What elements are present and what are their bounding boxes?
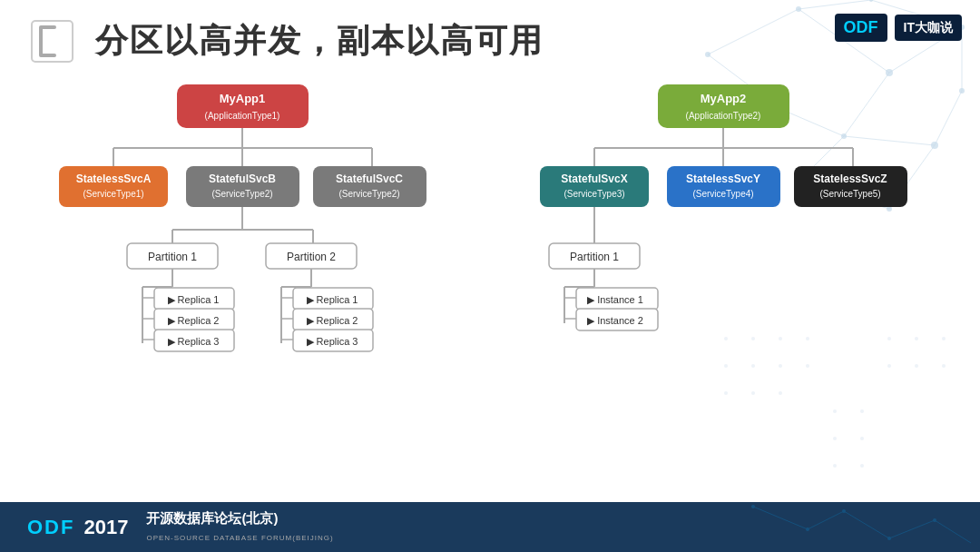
footer-text-block: 开源数据库论坛(北京) OPEN-SOURCE DATABASE FORUM(B… xyxy=(146,510,333,544)
header: 分区以高并发，副本以高可用 ODF IT大咖说 xyxy=(0,0,980,75)
left-diagram: MyApp1 (ApplicationType1) StatelessSvcA … xyxy=(27,80,472,416)
svg-text:(ServiceType1): (ServiceType1) xyxy=(83,189,143,199)
svg-text:Partition 2: Partition 2 xyxy=(287,251,336,263)
svg-text:MyApp1: MyApp1 xyxy=(220,92,266,105)
svg-line-127 xyxy=(753,507,808,529)
right-diagram-svg: MyApp2 (ApplicationType2) StatefulSvcX (… xyxy=(522,80,939,416)
footer-bg-svg xyxy=(662,502,980,552)
svg-text:(ApplicationType1): (ApplicationType1) xyxy=(205,111,280,121)
footer-subtitle: OPEN-SOURCE DATABASE FORUM(BEIJING) xyxy=(146,534,333,542)
svg-point-133 xyxy=(806,527,809,531)
footer-logo: ODF 2017 开源数据库论坛(北京) OPEN-SOURCE DATABAS… xyxy=(27,510,334,544)
svg-text:(ServiceType4): (ServiceType4) xyxy=(692,189,753,199)
main-content: MyApp1 (ApplicationType1) StatelessSvcA … xyxy=(0,75,980,416)
svg-text:▶ Replica 1: ▶ Replica 1 xyxy=(168,294,220,305)
svg-text:(ApplicationType2): (ApplicationType2) xyxy=(686,111,761,121)
svg-point-135 xyxy=(887,537,891,540)
svg-text:Partition 1: Partition 1 xyxy=(148,251,197,263)
svg-text:(ServiceType3): (ServiceType3) xyxy=(564,189,624,199)
svg-point-45 xyxy=(860,437,864,440)
svg-point-44 xyxy=(833,437,837,440)
footer-title: 开源数据库论坛(北京) xyxy=(146,510,278,526)
svg-text:▶ Instance 1: ▶ Instance 1 xyxy=(587,294,643,305)
svg-text:▶ Replica 3: ▶ Replica 3 xyxy=(168,336,220,347)
svg-line-131 xyxy=(935,520,971,543)
svg-text:(ServiceType5): (ServiceType5) xyxy=(819,189,880,199)
svg-point-46 xyxy=(833,464,837,468)
svg-point-136 xyxy=(933,518,936,522)
svg-text:Partition 1: Partition 1 xyxy=(570,251,619,263)
it-logo: IT大咖说 xyxy=(904,20,953,34)
odf-logo: ODF xyxy=(844,18,878,37)
svg-line-128 xyxy=(808,511,844,529)
svg-text:StatefulSvcC: StatefulSvcC xyxy=(336,172,403,185)
svg-text:▶ Replica 2: ▶ Replica 2 xyxy=(307,315,358,326)
svg-text:StatelessSvcY: StatelessSvcY xyxy=(686,172,760,185)
svg-text:StatelessSvcA: StatelessSvcA xyxy=(76,172,152,185)
right-diagram: MyApp2 (ApplicationType2) StatefulSvcX (… xyxy=(508,80,953,416)
svg-line-129 xyxy=(844,511,889,538)
svg-point-132 xyxy=(751,505,755,508)
svg-text:(ServiceType2): (ServiceType2) xyxy=(338,189,399,199)
svg-point-47 xyxy=(860,464,864,468)
top-logos: ODF IT大咖说 xyxy=(835,14,962,42)
svg-point-134 xyxy=(842,509,846,513)
footer: ODF 2017 开源数据库论坛(北京) OPEN-SOURCE DATABAS… xyxy=(0,502,980,552)
svg-text:StatelessSvcZ: StatelessSvcZ xyxy=(813,172,887,185)
svg-text:StatefulSvcB: StatefulSvcB xyxy=(209,172,276,185)
svg-text:MyApp2: MyApp2 xyxy=(701,92,747,105)
svg-text:StatefulSvcX: StatefulSvcX xyxy=(561,172,627,185)
svg-line-130 xyxy=(889,520,935,538)
slide-title: 分区以高并发，副本以高可用 xyxy=(95,19,544,64)
footer-odf: ODF xyxy=(27,516,74,539)
footer-year: 2017 xyxy=(83,516,128,539)
svg-text:(ServiceType2): (ServiceType2) xyxy=(211,189,272,199)
svg-text:▶ Replica 3: ▶ Replica 3 xyxy=(307,336,358,347)
svg-text:▶ Replica 2: ▶ Replica 2 xyxy=(168,315,220,326)
left-diagram-svg: MyApp1 (ApplicationType1) StatelessSvcA … xyxy=(41,80,458,416)
svg-text:▶ Replica 1: ▶ Replica 1 xyxy=(307,294,358,305)
bracket-logo xyxy=(27,16,77,66)
svg-text:▶ Instance 2: ▶ Instance 2 xyxy=(587,315,643,326)
